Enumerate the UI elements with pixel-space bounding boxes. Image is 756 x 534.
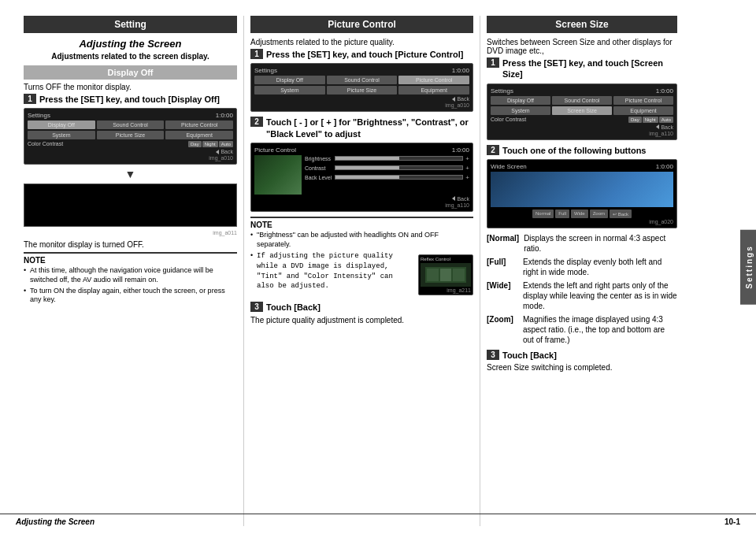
pic-nav-display-off: Display Off [254,76,325,84]
ss-back-arrow [656,124,659,129]
step2-picture: 2 Touch [ - ] or [ + ] for "Brightness",… [250,117,473,212]
note-item-1: At this time, although the navigation vo… [24,266,237,284]
note-title-middle: NOTE [250,221,473,229]
ss-color-label: Color Contrast [491,117,627,123]
wide-btn-zoom: Zoom [590,210,608,218]
size-zoom-val: Magnifies the image displayed using 4:3 … [523,314,677,345]
step1-ss-text: Press the [SET] key, and touch [Screen S… [502,57,677,80]
middle-section-header: Picture Control [250,16,473,33]
pic-ctrl-back-label: Back [457,196,469,202]
brightness-bar [335,156,463,161]
wide-btns: Normal Full Wide Zoom ↩ Back [491,210,673,218]
ss-back-label: Back [661,124,673,130]
note-middle-item-2-container: If adjusting the picture quality while a… [250,251,473,299]
dark-screen [24,184,237,227]
ss-nav-display: Display Off [491,96,550,105]
step1-pic-text: Press the [SET] key, and touch [Picture … [266,49,463,60]
ss-screen1-time: 1:0:00 [656,87,673,95]
pic-back-btn: Back [452,96,469,102]
btn-day: Day [188,141,202,147]
size-wide-val: Extends the left and right parts only of… [523,280,677,311]
wide-time: 1:0:00 [656,163,673,170]
pic-nav-row1: Display Off Sound Control Picture Contro… [254,76,469,84]
page-footer: Adjusting the Screen 10-1 [0,514,756,526]
pic-nav-picture: Picture Control [398,76,469,84]
size-normal-row: [Normal] Displays the screen in normal 4… [487,233,677,254]
img-label-1: img_a010 [28,155,233,161]
ss-ctrl-btns: Day Night Auto [628,117,673,123]
right-section-header: Screen Size [487,16,677,33]
pic-back-arrow [452,97,455,102]
reflex-img-label: img_a211 [421,287,471,293]
pic-ctrl-img-label: img_a110 [254,202,469,208]
ss-btn-auto: Auto [659,117,673,123]
pic-ctrl-back-arrow [452,196,455,201]
step1-screen-size: 1 Press the [SET] key, and touch [Screen… [487,57,677,140]
ss-btn-night: Night [643,117,658,123]
pic-nav-picsize: Picture Size [327,86,398,95]
reflex-image-inner [425,267,465,283]
reflex-col3 [453,269,464,281]
step3-ss-desc: Screen Size switching is completed. [487,363,677,372]
wide-btn-wide: Wide [571,210,588,218]
ss-nav-picture: Picture Control [613,96,673,105]
size-wide-row: [Wide] Extends the left and right parts … [487,280,677,311]
step1-ss-num: 1 [487,57,499,68]
contrast-fill [335,166,399,169]
reflex-screen-container: Reflex Control img_a211 [418,251,473,299]
size-wide-key: [Wide] [487,280,518,311]
ss-back-btn: Back [656,124,673,130]
screen-size-screen1: Settings 1:0:00 Display Off Sound Contro… [487,83,677,140]
step3-picture: 3 Touch [Back] The picture quality adjus… [250,302,473,324]
nav-sound-control: Sound Control [97,121,165,129]
pic-image-area [254,155,302,195]
size-normal-key: [Normal] [487,233,519,254]
nav-system: System [28,131,95,139]
nav-picture-size: Picture Size [97,131,165,139]
step3-pic-desc: The picture quality adjustment is comple… [250,316,473,324]
note-block-middle: NOTE "Brightness" can be adjusted with h… [250,217,473,299]
wide-btn-full: Full [555,210,569,218]
reflex-col2 [440,269,451,281]
picture-screen1: Settings 1:0:00 Display Off Sound Contro… [250,63,473,112]
size-options-table: [Normal] Displays the screen in normal 4… [487,233,677,345]
display-off-header: Display Off [24,65,237,80]
nav-equipment: Equipment [165,131,233,139]
contrast-row: Contrast + [305,165,469,172]
note-middle-item-2-text: If adjusting the picture quality while a… [250,251,413,299]
size-full-val: Extends the display evenly both left and… [523,257,677,277]
screen1-nav-row: Display Off Sound Control Picture Contro… [28,121,233,129]
contrast-label: Contrast [305,165,332,171]
monitor-off-caption: The monitor display is turned OFF. [24,240,237,249]
ss-nav-row1: Display Off Sound Control Picture Contro… [491,96,673,105]
step3-screen-size: 3 Touch [Back] Screen Size switching is … [487,350,677,372]
reflex-screen: Reflex Control img_a211 [418,254,473,295]
step3-ss-text: Touch [Back] [502,350,557,361]
color-contrast-row: Color Contrast Day Night Auto [28,141,233,147]
pic-screen1-label: Settings [254,67,277,74]
back-arrow-icon [216,150,219,154]
note-title-left: NOTE [24,256,237,265]
pic-nav-row2: System Picture Size Equipment [254,86,469,95]
ss-nav-equip: Equipment [613,106,673,115]
step1-num: 1 [24,94,36,104]
back-btn-screen1: Back [216,149,233,154]
step2-screen-size: 2 Touch one of the following buttons Wid… [487,145,677,228]
reflex-col1 [427,269,438,281]
step2-ss-text: Touch one of the following buttons [502,145,646,156]
display-off-desc: Turns OFF the monitor display. [24,83,237,91]
reflex-label: Reflex Control [421,257,450,261]
contrast-plus: + [465,165,469,172]
color-contrast-btns: Day Night Auto [188,141,233,147]
backlevel-fill [335,176,399,179]
step2-pic-text: Touch [ - ] or [ + ] for "Brightness", "… [266,117,473,139]
pic-sliders: Brightness + Contrast + [305,155,469,195]
wide-image [491,172,673,207]
ss-screen1-label: Settings [491,87,513,95]
side-tab: Settings [740,229,756,304]
step1-picture: 1 Press the [SET] key, and touch [Pictur… [250,49,473,112]
step2-pic-num: 2 [250,117,263,127]
wide-btn-normal: Normal [532,210,554,218]
pic-back-label: Back [457,96,469,102]
brightness-row: Brightness + [305,155,469,162]
